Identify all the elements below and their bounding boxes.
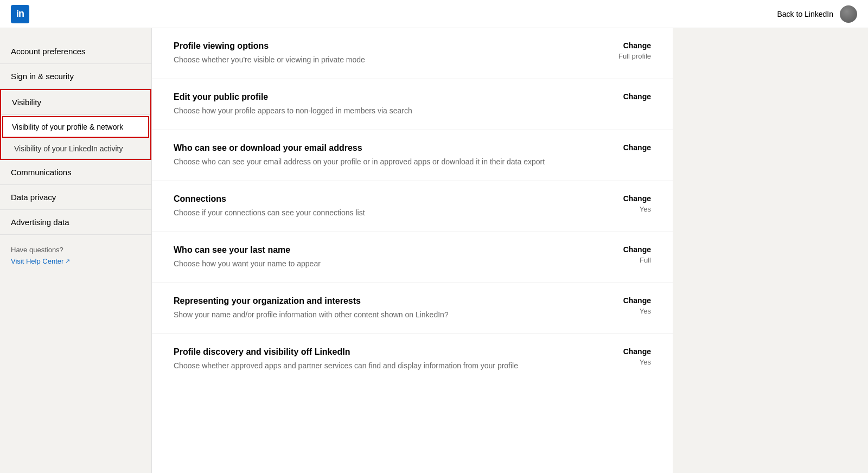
- header-left: in: [11, 5, 29, 23]
- connections-title: Connections: [174, 194, 575, 204]
- last-name-value: Full: [640, 256, 651, 264]
- connections-change-btn[interactable]: Change: [623, 194, 651, 203]
- edit-public-profile-change-btn[interactable]: Change: [623, 92, 651, 101]
- profile-viewing-options-desc: Choose whether you're visible or viewing…: [174, 54, 575, 66]
- settings-row-representing-org: Representing your organization and inter…: [152, 283, 673, 334]
- representing-org-title: Representing your organization and inter…: [174, 296, 575, 306]
- sidebar-footer: Have questions? Visit Help Center ↗: [0, 235, 151, 271]
- representing-org-desc: Show your name and/or profile informatio…: [174, 309, 575, 321]
- profile-discovery-desc: Choose whether approved apps and partner…: [174, 360, 575, 372]
- edit-public-profile-title: Edit your public profile: [174, 92, 575, 102]
- visibility-section: Visibility Visibility of your profile & …: [0, 89, 151, 160]
- header: in Back to LinkedIn: [0, 0, 868, 28]
- sidebar-sub-item-visibility-profile-network[interactable]: Visibility of your profile & network: [2, 116, 149, 138]
- right-panel: [673, 28, 803, 473]
- settings-row-email-visibility: Who can see or download your email addre…: [152, 130, 673, 181]
- header-right: Back to LinkedIn: [777, 5, 857, 23]
- profile-viewing-options-value: Full profile: [618, 52, 651, 60]
- sidebar-item-communications[interactable]: Communications: [0, 160, 151, 185]
- sidebar-sub-item-visibility-linkedin-activity[interactable]: Visibility of your LinkedIn activity: [1, 139, 150, 159]
- main-container: Account preferences Sign in & security V…: [0, 28, 868, 473]
- sidebar-item-account-preferences[interactable]: Account preferences: [0, 39, 151, 64]
- sidebar-footer-question: Have questions?: [11, 246, 141, 254]
- sidebar: Account preferences Sign in & security V…: [0, 28, 152, 473]
- connections-value: Yes: [640, 205, 651, 213]
- email-visibility-title: Who can see or download your email addre…: [174, 143, 575, 153]
- settings-row-connections: Connections Choose if your connections c…: [152, 181, 673, 232]
- avatar-image: [840, 5, 857, 23]
- profile-discovery-change-btn[interactable]: Change: [623, 347, 651, 356]
- email-visibility-desc: Choose who can see your email address on…: [174, 156, 575, 168]
- sidebar-item-sign-in-security[interactable]: Sign in & security: [0, 64, 151, 89]
- sidebar-item-data-privacy[interactable]: Data privacy: [0, 185, 151, 210]
- connections-desc: Choose if your connections can see your …: [174, 207, 575, 219]
- avatar[interactable]: [840, 5, 857, 23]
- profile-viewing-options-change-btn[interactable]: Change: [623, 41, 651, 50]
- representing-org-value: Yes: [640, 307, 651, 315]
- representing-org-change-btn[interactable]: Change: [623, 296, 651, 305]
- email-visibility-change-btn[interactable]: Change: [623, 143, 651, 152]
- profile-discovery-title: Profile discovery and visibility off Lin…: [174, 347, 575, 357]
- profile-discovery-value: Yes: [640, 358, 651, 366]
- settings-row-last-name: Who can see your last name Choose how yo…: [152, 232, 673, 283]
- profile-viewing-options-title: Profile viewing options: [174, 41, 575, 51]
- last-name-title: Who can see your last name: [174, 245, 575, 255]
- content-area: Profile viewing options Choose whether y…: [152, 28, 673, 473]
- settings-row-profile-discovery: Profile discovery and visibility off Lin…: [152, 334, 673, 385]
- external-link-icon: ↗: [65, 258, 70, 265]
- settings-row-profile-viewing-options: Profile viewing options Choose whether y…: [152, 28, 673, 79]
- edit-public-profile-desc: Choose how your profile appears to non-l…: [174, 105, 575, 117]
- sidebar-item-advertising-data[interactable]: Advertising data: [0, 210, 151, 235]
- visit-help-center-link[interactable]: Visit Help Center ↗: [11, 257, 141, 265]
- last-name-change-btn[interactable]: Change: [623, 245, 651, 254]
- sidebar-item-visibility[interactable]: Visibility: [1, 90, 150, 115]
- last-name-desc: Choose how you want your name to appear: [174, 258, 575, 270]
- back-to-linkedin-link[interactable]: Back to LinkedIn: [777, 10, 833, 18]
- linkedin-logo[interactable]: in: [11, 5, 29, 23]
- settings-row-edit-public-profile: Edit your public profile Choose how your…: [152, 79, 673, 130]
